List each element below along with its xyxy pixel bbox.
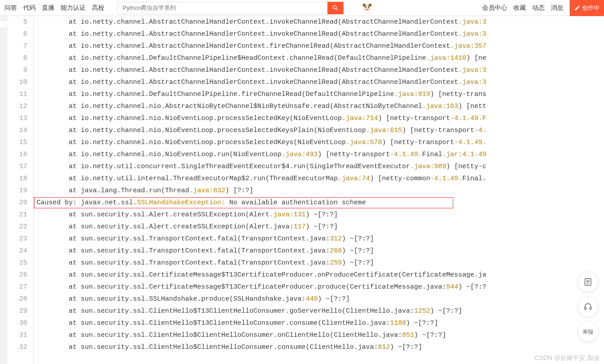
line-number: 24 <box>7 245 27 257</box>
line-number: 9 <box>7 64 27 76</box>
nav-qa[interactable]: 问答 <box>4 4 17 12</box>
line-number: 32 <box>7 341 27 353</box>
nav-live[interactable]: 直播 <box>42 4 54 12</box>
search-button[interactable] <box>327 2 343 14</box>
search-icon <box>332 4 339 12</box>
code-line: at sun.security.ssl.ClientHello$T13Clien… <box>37 305 604 317</box>
compose-label: 创作中 <box>582 4 600 12</box>
nav-code[interactable]: 代码 <box>23 4 36 12</box>
line-number: 25 <box>7 257 27 269</box>
nav-left: 问答 代码 直播 能力认证 高校 <box>4 4 104 12</box>
code-line: at sun.security.ssl.TransportContext.fat… <box>37 233 604 245</box>
left-column <box>0 16 7 364</box>
line-number: 19 <box>7 185 27 197</box>
line-number: 28 <box>7 293 27 305</box>
code-block: 5678910111213141516171819202122232425262… <box>7 16 604 364</box>
headset-icon <box>583 302 592 311</box>
code-line: at sun.security.ssl.Alert.createSSLExcep… <box>37 221 604 233</box>
nav-right: 会员中心 收藏 动态 消息 创作中 <box>482 0 604 16</box>
svg-point-3 <box>368 6 369 8</box>
code-line: at io.netty.channel.AbstractChannelHandl… <box>37 76 604 88</box>
line-number: 30 <box>7 317 27 329</box>
line-number: 18 <box>7 173 27 185</box>
line-number: 31 <box>7 329 27 341</box>
code-line: Caused by: javax.net.ssl.SSLHandshakeExc… <box>37 197 604 209</box>
line-number: 7 <box>7 40 27 52</box>
line-number: 29 <box>7 305 27 317</box>
line-number: 13 <box>7 112 27 124</box>
code-line: at sun.security.ssl.TransportContext.fat… <box>37 245 604 257</box>
left-stub <box>0 21 7 28</box>
nav-fav[interactable]: 收藏 <box>513 4 526 12</box>
code-line: at io.netty.channel.AbstractChannelHandl… <box>37 16 604 28</box>
line-number: 12 <box>7 100 27 112</box>
report-float-button[interactable]: 举报 <box>578 322 598 342</box>
line-number: 11 <box>7 88 27 100</box>
code-line: at sun.security.ssl.ClientHello$ClientHe… <box>37 329 604 341</box>
line-number: 6 <box>7 28 27 40</box>
pencil-icon <box>574 5 580 11</box>
line-number: 17 <box>7 161 27 173</box>
user-avatar[interactable] <box>361 2 373 14</box>
svg-rect-7 <box>585 307 586 310</box>
code-line: at sun.security.ssl.TransportContext.fat… <box>37 257 604 269</box>
code-line: at io.netty.channel.AbstractChannelHandl… <box>37 64 604 76</box>
line-number: 16 <box>7 149 27 161</box>
code-line: at io.netty.channel.DefaultChannelPipeli… <box>37 88 604 100</box>
line-number: 10 <box>7 76 27 88</box>
code-line: at io.netty.channel.nio.NioEventLoop.pro… <box>37 124 604 136</box>
line-number: 23 <box>7 233 27 245</box>
nav-trend[interactable]: 动态 <box>532 4 545 12</box>
code-line: at io.netty.channel.AbstractChannelHandl… <box>37 28 604 40</box>
float-buttons: 举报 <box>578 272 598 342</box>
code-line: at sun.security.ssl.Alert.createSSLExcep… <box>37 209 604 221</box>
line-number: 5 <box>7 16 27 28</box>
code-line: at io.netty.channel.AbstractChannelHandl… <box>37 40 604 52</box>
line-number: 27 <box>7 281 27 293</box>
code-line: at io.netty.channel.nio.NioEventLoop.run… <box>37 149 604 161</box>
note-icon <box>583 277 592 286</box>
search-wrap <box>118 2 343 14</box>
line-number: 8 <box>7 52 27 64</box>
code-line: at io.netty.channel.nio.NioEventLoop.pro… <box>37 136 604 149</box>
code-line: at io.netty.channel.DefaultChannelPipeli… <box>37 52 604 64</box>
line-number: 21 <box>7 209 27 221</box>
line-number: 26 <box>7 269 27 281</box>
svg-point-4 <box>363 4 366 7</box>
nav-college[interactable]: 高校 <box>92 4 104 12</box>
code-line: at io.netty.util.internal.ThreadExecutor… <box>37 173 604 185</box>
search-input[interactable] <box>118 2 327 14</box>
code-line: at sun.security.ssl.ClientHello$ClientHe… <box>37 341 604 353</box>
line-number: 14 <box>7 124 27 136</box>
line-number: 20 <box>7 197 27 209</box>
watermark: CSDN @祈祷平安,加油 <box>534 354 600 362</box>
line-number: 15 <box>7 136 27 149</box>
code-line: at io.netty.util.concurrent.SingleThread… <box>37 161 604 173</box>
svg-point-5 <box>368 4 372 7</box>
write-float-button[interactable] <box>578 272 598 292</box>
nav-msg[interactable]: 消息 <box>551 4 563 12</box>
svg-point-2 <box>365 6 366 8</box>
code-line: at sun.security.ssl.CertificateMessage$T… <box>37 269 604 281</box>
nav-vip[interactable]: 会员中心 <box>482 4 507 12</box>
code-line: at io.netty.channel.nio.AbstractNioByteC… <box>37 100 604 112</box>
code-lines: at io.netty.channel.AbstractChannelHandl… <box>34 16 604 364</box>
compose-button[interactable]: 创作中 <box>570 0 604 16</box>
code-line: at sun.security.ssl.ClientHello$T13Clien… <box>37 317 604 329</box>
code-line: at io.netty.channel.nio.NioEventLoop.pro… <box>37 112 604 124</box>
line-gutter: 5678910111213141516171819202122232425262… <box>7 16 34 364</box>
top-nav: 问答 代码 直播 能力认证 高校 会员中心 收藏 动态 消息 创作中 <box>0 0 604 16</box>
content-wrap: 5678910111213141516171819202122232425262… <box>0 16 604 364</box>
support-float-button[interactable] <box>578 297 598 317</box>
nav-cert[interactable]: 能力认证 <box>61 4 86 12</box>
code-line: at sun.security.ssl.SSLHandshake.produce… <box>37 293 604 305</box>
code-line: at java.lang.Thread.run(Thread.java:832)… <box>37 185 604 197</box>
code-line: at sun.security.ssl.CertificateMessage$T… <box>37 281 604 293</box>
svg-rect-8 <box>590 307 591 310</box>
line-number: 22 <box>7 221 27 233</box>
